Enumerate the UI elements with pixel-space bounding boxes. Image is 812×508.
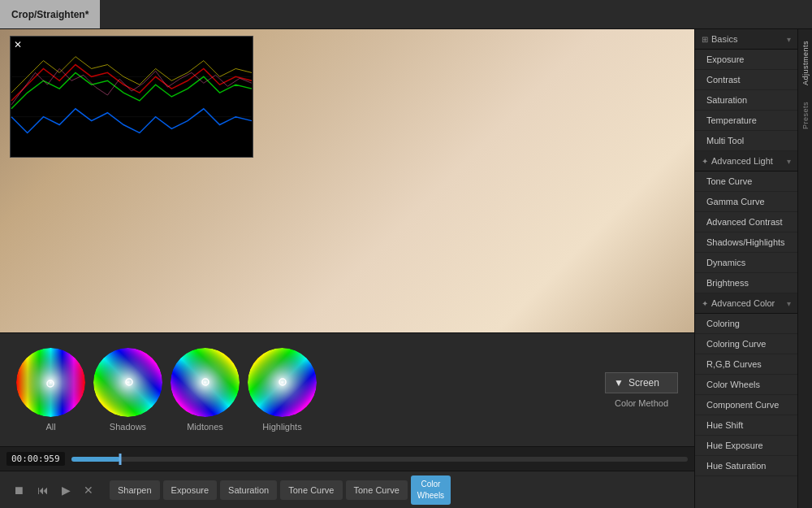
svg-point-10 bbox=[171, 348, 240, 417]
waveform-overlay: ✕ bbox=[10, 36, 253, 158]
svg-point-13 bbox=[248, 348, 317, 417]
exposure-tool-button[interactable]: Exposure bbox=[163, 480, 217, 500]
dropdown-arrow-icon: ▼ bbox=[614, 377, 624, 389]
advanced-color-label: Advanced Color bbox=[711, 298, 784, 308]
color-wheels-tool-button[interactable]: ColorWheels bbox=[411, 475, 451, 505]
main-area: ✕ bbox=[0, 29, 812, 508]
crop-straighten-button[interactable]: Crop/Straighten* bbox=[0, 0, 100, 28]
close-button[interactable]: ✕ bbox=[80, 480, 97, 500]
advanced-color-chevron-icon: ▾ bbox=[787, 299, 791, 308]
right-panel: ⊞ Basics ▾ Exposure Contrast Saturation … bbox=[694, 29, 812, 508]
viewport: ✕ bbox=[0, 29, 694, 332]
panel-item-contrast[interactable]: Contrast bbox=[695, 70, 797, 90]
video-area: ✕ bbox=[0, 29, 694, 508]
advanced-color-section-header[interactable]: ✦ Advanced Color ▾ bbox=[695, 293, 797, 314]
wheel-highlights-label: Highlights bbox=[262, 422, 301, 432]
wheel-shadows-label: Shadows bbox=[110, 422, 146, 432]
color-method-box: ▼ Screen Color Method bbox=[605, 372, 678, 408]
wheel-all-label: All bbox=[45, 422, 55, 432]
wheel-all: All bbox=[16, 348, 85, 432]
sharpen-tool-button[interactable]: Sharpen bbox=[110, 480, 160, 500]
svg-point-4 bbox=[16, 348, 85, 417]
advanced-light-icon: ✦ bbox=[702, 157, 708, 166]
timeline-progress bbox=[71, 457, 121, 462]
panel-item-advanced-contrast[interactable]: Advanced Contrast bbox=[695, 212, 797, 232]
basics-section-header[interactable]: ⊞ Basics ▾ bbox=[695, 29, 797, 50]
panel-item-hue-saturation[interactable]: Hue Saturation bbox=[695, 456, 797, 476]
panel-item-shadows-highlights[interactable]: Shadows/Highlights bbox=[695, 232, 797, 253]
panel-item-dynamics[interactable]: Dynamics bbox=[695, 253, 797, 273]
wheel-highlights: Highlights bbox=[248, 348, 317, 432]
waveform-display bbox=[11, 37, 253, 157]
panel-item-component-curve[interactable]: Component Curve bbox=[695, 395, 797, 415]
wheel-midtones-label: Midtones bbox=[187, 422, 223, 432]
vertical-tabs: Adjustments Presets bbox=[797, 29, 812, 508]
tone-curve-2-button[interactable]: Tone Curve bbox=[346, 480, 408, 500]
playback-controls: ⏹ ⏮ ▶ ✕ bbox=[10, 480, 97, 500]
panel-item-brightness[interactable]: Brightness bbox=[695, 273, 797, 293]
wheel-shadows: Shadows bbox=[93, 348, 162, 432]
panel-item-temperature[interactable]: Temperature bbox=[695, 111, 797, 131]
timecode-display: 00:00:959 bbox=[6, 452, 65, 466]
panel-item-coloring[interactable]: Coloring bbox=[695, 314, 797, 334]
basics-chevron-icon: ▾ bbox=[787, 35, 791, 44]
panel-item-coloring-curve[interactable]: Coloring Curve bbox=[695, 334, 797, 354]
color-wheel-highlights[interactable] bbox=[248, 348, 317, 417]
screen-dropdown-value: Screen bbox=[628, 377, 659, 389]
color-wheels-bar: All bbox=[0, 332, 694, 446]
rewind-button[interactable]: ⏮ bbox=[34, 480, 52, 500]
basics-label: Basics bbox=[711, 34, 784, 44]
panel-item-hue-shift[interactable]: Hue Shift bbox=[695, 415, 797, 436]
adjustments-tab[interactable]: Adjustments bbox=[800, 33, 811, 93]
play-button[interactable]: ▶ bbox=[58, 480, 74, 500]
tone-curve-1-button[interactable]: Tone Curve bbox=[280, 480, 342, 500]
color-wheel-midtones[interactable] bbox=[171, 348, 240, 417]
panel-item-hue-exposure[interactable]: Hue Exposure bbox=[695, 436, 797, 456]
wheel-midtones: Midtones bbox=[171, 348, 240, 432]
basics-icon: ⊞ bbox=[702, 35, 708, 44]
timeline-bar: 00:00:959 bbox=[0, 446, 694, 471]
color-method-label: Color Method bbox=[615, 398, 668, 408]
color-wheel-shadows[interactable] bbox=[93, 348, 162, 417]
timeline-track[interactable] bbox=[71, 457, 688, 462]
color-wheel-all[interactable] bbox=[16, 348, 85, 417]
saturation-tool-button[interactable]: Saturation bbox=[220, 480, 277, 500]
panel-item-tone-curve[interactable]: Tone Curve bbox=[695, 172, 797, 192]
timeline-handle[interactable] bbox=[119, 454, 122, 465]
advanced-light-label: Advanced Light bbox=[711, 156, 784, 166]
bottom-toolbar: ⏹ ⏮ ▶ ✕ Sharpen Exposure Saturation Tone… bbox=[0, 471, 694, 508]
presets-tab[interactable]: Presets bbox=[800, 93, 811, 137]
panel-item-rgb-curves[interactable]: R,G,B Curves bbox=[695, 354, 797, 375]
svg-point-7 bbox=[93, 348, 162, 417]
advanced-light-chevron-icon: ▾ bbox=[787, 157, 791, 166]
panel-content: ⊞ Basics ▾ Exposure Contrast Saturation … bbox=[695, 29, 797, 508]
panel-item-exposure[interactable]: Exposure bbox=[695, 50, 797, 70]
panel-item-saturation[interactable]: Saturation bbox=[695, 90, 797, 111]
panel-item-color-wheels[interactable]: Color Wheels bbox=[695, 375, 797, 395]
panel-item-multi-tool[interactable]: Multi Tool bbox=[695, 131, 797, 151]
stop-button[interactable]: ⏹ bbox=[10, 480, 28, 500]
color-method-dropdown[interactable]: ▼ Screen bbox=[605, 372, 678, 393]
waveform-close-button[interactable]: ✕ bbox=[14, 40, 22, 50]
advanced-color-icon: ✦ bbox=[702, 299, 708, 308]
advanced-light-section-header[interactable]: ✦ Advanced Light ▾ bbox=[695, 151, 797, 172]
top-bar: Crop/Straighten* bbox=[0, 0, 812, 29]
panel-item-gamma-curve[interactable]: Gamma Curve bbox=[695, 192, 797, 212]
